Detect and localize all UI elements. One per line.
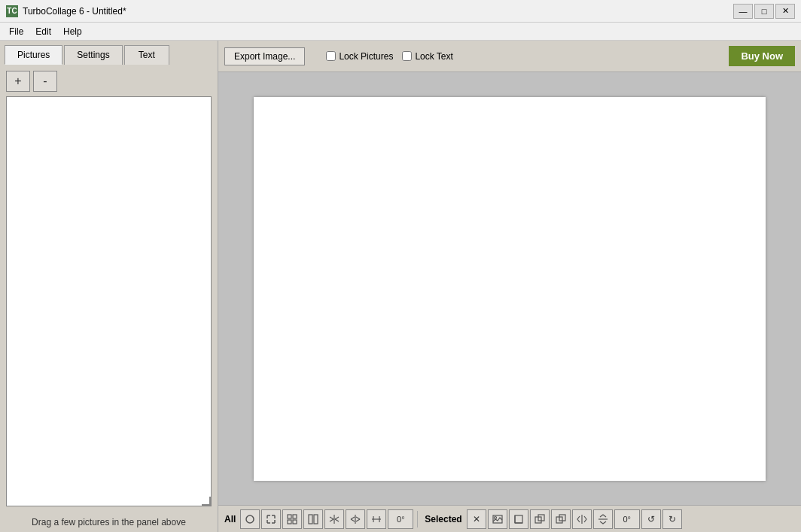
maximize-button[interactable]: □ bbox=[754, 4, 774, 19]
tab-text[interactable]: Text bbox=[124, 45, 169, 65]
menubar: File Edit Help bbox=[0, 23, 801, 41]
top-toolbar: Export Image... Lock Pictures Lock Text … bbox=[218, 41, 801, 72]
svg-rect-12 bbox=[293, 520, 297, 524]
selected-crop-button[interactable] bbox=[509, 509, 528, 529]
svg-line-17 bbox=[330, 519, 333, 521]
svg-line-19 bbox=[335, 519, 339, 521]
lock-text-label[interactable]: Lock Text bbox=[402, 51, 452, 62]
canvas bbox=[254, 97, 766, 481]
tab-settings[interactable]: Settings bbox=[64, 45, 122, 65]
svg-line-16 bbox=[330, 517, 333, 519]
lock-group: Lock Pictures Lock Text bbox=[326, 51, 453, 62]
selected-label: Selected bbox=[422, 514, 464, 524]
add-remove-row: + - bbox=[6, 71, 212, 92]
drag-hint: Drag a few pictures in the panel above bbox=[0, 512, 218, 532]
minimize-button[interactable]: — bbox=[733, 4, 753, 19]
all-degree-button[interactable]: 0° bbox=[388, 509, 413, 529]
menu-help[interactable]: Help bbox=[57, 25, 88, 38]
svg-line-23 bbox=[356, 517, 360, 519]
menu-file[interactable]: File bbox=[3, 25, 29, 38]
all-expand-all-button[interactable] bbox=[346, 509, 365, 529]
menu-edit[interactable]: Edit bbox=[29, 25, 57, 38]
svg-rect-13 bbox=[309, 515, 312, 524]
divider-1 bbox=[417, 511, 418, 527]
svg-line-18 bbox=[335, 517, 339, 519]
selected-image-button[interactable] bbox=[488, 509, 507, 529]
selected-degree-button[interactable]: 0° bbox=[614, 509, 640, 529]
all-halign-button[interactable] bbox=[367, 509, 386, 529]
selected-rotate-cw-button[interactable]: ↻ bbox=[662, 509, 682, 529]
all-compress-h-button[interactable] bbox=[324, 509, 344, 529]
titlebar-left: TC TurboCollage 6 - Untitled* bbox=[6, 5, 126, 17]
lock-text-checkbox[interactable] bbox=[402, 51, 412, 61]
svg-rect-14 bbox=[314, 515, 318, 524]
bottom-toolbar: All bbox=[218, 505, 801, 532]
svg-rect-30 bbox=[515, 515, 522, 523]
lock-pictures-checkbox[interactable] bbox=[326, 51, 336, 61]
right-panel: Export Image... Lock Pictures Lock Text … bbox=[218, 41, 801, 532]
panel-body: + - bbox=[0, 65, 218, 512]
svg-line-22 bbox=[351, 519, 355, 521]
titlebar-controls: — □ ✕ bbox=[733, 4, 795, 19]
lock-text-text: Lock Text bbox=[415, 51, 452, 62]
left-panel: Pictures Settings Text + - Drag a few pi… bbox=[0, 41, 218, 532]
close-button[interactable]: ✕ bbox=[775, 4, 795, 19]
selected-front-button[interactable] bbox=[530, 509, 550, 529]
tabs: Pictures Settings Text bbox=[0, 41, 218, 65]
selected-rotate-ccw-button[interactable]: ↺ bbox=[641, 509, 661, 529]
svg-line-24 bbox=[356, 519, 360, 521]
svg-point-0 bbox=[246, 515, 254, 523]
buy-now-button[interactable]: Buy Now bbox=[729, 46, 795, 66]
selected-delete-button[interactable]: ✕ bbox=[467, 509, 486, 529]
svg-rect-10 bbox=[293, 515, 297, 518]
all-grid-button[interactable] bbox=[282, 509, 302, 529]
main-content: Pictures Settings Text + - Drag a few pi… bbox=[0, 41, 801, 532]
add-picture-button[interactable]: + bbox=[6, 71, 30, 92]
titlebar: TC TurboCollage 6 - Untitled* — □ ✕ bbox=[0, 0, 801, 23]
svg-point-29 bbox=[494, 516, 496, 518]
canvas-area bbox=[218, 72, 801, 505]
lock-pictures-text: Lock Pictures bbox=[339, 51, 393, 62]
app-icon: TC bbox=[6, 5, 18, 17]
svg-line-21 bbox=[351, 517, 355, 519]
selected-back-button[interactable] bbox=[551, 509, 571, 529]
all-expand-button[interactable] bbox=[303, 509, 323, 529]
all-fit-button[interactable] bbox=[261, 509, 281, 529]
svg-rect-9 bbox=[288, 515, 291, 518]
lock-pictures-label[interactable]: Lock Pictures bbox=[326, 51, 393, 62]
picture-list bbox=[6, 96, 212, 506]
remove-picture-button[interactable]: - bbox=[33, 71, 57, 92]
export-image-button[interactable]: Export Image... bbox=[224, 47, 305, 65]
all-reset-button[interactable] bbox=[240, 509, 260, 529]
titlebar-title: TurboCollage 6 - Untitled* bbox=[23, 6, 126, 17]
svg-rect-11 bbox=[288, 520, 291, 524]
tab-pictures[interactable]: Pictures bbox=[5, 45, 62, 65]
selected-flip-v-button[interactable] bbox=[593, 509, 613, 529]
selected-flip-h-button[interactable] bbox=[572, 509, 592, 529]
all-label: All bbox=[221, 514, 239, 524]
